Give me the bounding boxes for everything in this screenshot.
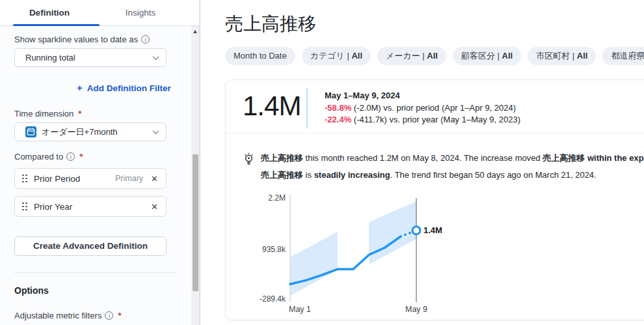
comparison-label: Prior Period [34, 174, 80, 184]
sparkline-values-select[interactable]: Running total [14, 48, 167, 67]
add-definition-filter-label: Add Definition Filter [87, 83, 171, 93]
required-asterisk: * [78, 109, 81, 119]
metric-comparison-block: May 1–May 9, 2024 -58.8% (-2.0M) vs. pri… [325, 90, 520, 126]
scrollbar-thumb[interactable] [193, 154, 198, 291]
sparkline-values-label-text: Show sparkline values to date as [14, 35, 138, 44]
adjustable-metric-filters-label-text: Adjustable metric filters [14, 311, 101, 320]
card-divider [226, 133, 644, 134]
insight-line-2: 売上高推移 is steadily increasing. The trend … [261, 167, 644, 184]
time-dimension-label: Time dimension * [14, 109, 81, 119]
metric-period: May 1–May 9, 2024 [325, 90, 520, 102]
close-icon[interactable]: ✕ [151, 174, 158, 184]
end-point-marker [412, 227, 420, 234]
time-dimension-label-text: Time dimension [14, 109, 74, 119]
x-tick-label: May 9 [405, 305, 427, 314]
sparkline-chart: 1.4M2.2M935.8k-289.4kMay 1May 9 [256, 191, 457, 320]
chip-label: メーカー | [386, 51, 427, 61]
comparison-text: (-2.0M) vs. prior period (Apr 1–Apr 9, 2… [351, 103, 516, 113]
y-tick-label: -289.4k [260, 294, 286, 304]
metric-current-value: 1.4M [243, 91, 301, 122]
insight-bulb-icon [243, 152, 255, 166]
sidebar-tabbar: Definition Insights [0, 0, 199, 26]
insight-line-1: 売上高推移 this month reached 1.2M on May 8, … [261, 150, 644, 167]
info-icon[interactable]: i [105, 311, 113, 320]
info-icon[interactable]: i [66, 152, 75, 161]
metric-divider [306, 89, 308, 128]
pct-change-prior-year: -22.4% [325, 115, 351, 124]
compared-to-label: Compared to i * [14, 152, 83, 162]
chip-maker[interactable]: メーカー | All [377, 47, 446, 65]
chip-category[interactable]: カテゴリ | All [302, 47, 371, 65]
time-dimension-select[interactable]: オーダー日+7month [14, 122, 167, 141]
drag-handle-icon[interactable] [22, 203, 27, 211]
sidebar-scrollbar[interactable] [191, 26, 199, 325]
filter-chip-row: Month to Date カテゴリ | All メーカー | All 顧客区分… [225, 47, 644, 65]
close-icon[interactable]: ✕ [151, 202, 158, 212]
drag-handle-icon[interactable] [22, 175, 27, 183]
required-asterisk: * [79, 152, 83, 162]
adjustable-metric-filters-label: Adjustable metric filters i * [14, 311, 121, 320]
expected-range-band [290, 232, 338, 296]
chip-label: Month to Date [234, 51, 287, 61]
plus-icon: + [77, 82, 83, 93]
required-asterisk: * [118, 311, 121, 320]
chip-month-to-date[interactable]: Month to Date [225, 47, 295, 65]
comparison-text: (-411.7k) vs. prior year (May 1–May 9, 2… [351, 115, 520, 124]
pct-change-prior-period: -58.8% [325, 103, 351, 113]
options-heading: Options [14, 285, 49, 296]
chip-customer-segment[interactable]: 顧客区分 | All [453, 47, 521, 65]
comparison-item-prior-period[interactable]: Prior Period Primary ✕ [14, 168, 167, 189]
calendar-icon [25, 126, 36, 137]
y-tick-label: 2.2M [268, 193, 286, 203]
add-definition-filter-link[interactable]: +Add Definition Filter [77, 82, 171, 93]
chip-city[interactable]: 市区町村 | All [528, 47, 596, 65]
page-title: 売上高推移 [225, 12, 316, 36]
metric-card: 1.4M May 1–May 9, 2024 -58.8% (-2.0M) vs… [225, 79, 644, 320]
sparkline-values-selected: Running total [25, 53, 75, 63]
active-tab-underline [13, 24, 100, 26]
primary-badge: Primary [115, 174, 143, 183]
x-tick-label: May 1 [289, 305, 311, 314]
chip-prefecture[interactable]: 都道府県 | All [602, 47, 644, 65]
chevron-down-icon [153, 53, 159, 60]
scroll-up-arrow-icon[interactable] [193, 30, 197, 33]
insight-text: 売上高推移 this month reached 1.2M on May 8, … [261, 150, 644, 184]
chip-value: All [577, 51, 588, 61]
comparison-prior-year: -22.4% (-411.7k) vs. prior year (May 1–M… [325, 114, 520, 126]
comparison-prior-period: -58.8% (-2.0M) vs. prior period (Apr 1–A… [325, 102, 520, 115]
comparison-item-prior-year[interactable]: Prior Year ✕ [14, 196, 167, 217]
sparkline-chart-svg: 1.4M2.2M935.8k-289.4kMay 1May 9 [256, 191, 457, 320]
chip-label: 都道府県 | [611, 51, 644, 61]
chip-value: All [427, 51, 438, 61]
compared-to-label-text: Compared to [14, 152, 63, 162]
chip-label: カテゴリ | [310, 51, 352, 61]
end-point-label: 1.4M [423, 225, 442, 235]
chip-value: All [351, 51, 362, 61]
tab-definition[interactable]: Definition [0, 0, 99, 26]
comparison-label: Prior Year [34, 202, 72, 212]
chip-label: 市区町村 | [536, 51, 577, 61]
main-content: 売上高推移 Month to Date カテゴリ | All メーカー | Al… [202, 0, 644, 325]
definition-sidebar: Definition Insights Show sparkline value… [0, 0, 200, 325]
section-divider [14, 272, 177, 273]
info-icon[interactable]: i [141, 35, 150, 44]
chevron-down-icon [153, 128, 159, 134]
time-dimension-selected: オーダー日+7month [42, 126, 118, 138]
create-advanced-definition-button[interactable]: Create Advanced Definition [14, 236, 167, 256]
sparkline-values-label: Show sparkline values to date as i [14, 35, 150, 44]
chip-label: 顧客区分 | [461, 51, 502, 61]
chip-value: All [502, 51, 513, 61]
y-tick-label: 935.8k [262, 245, 286, 254]
tab-insights[interactable]: Insights [99, 0, 182, 26]
